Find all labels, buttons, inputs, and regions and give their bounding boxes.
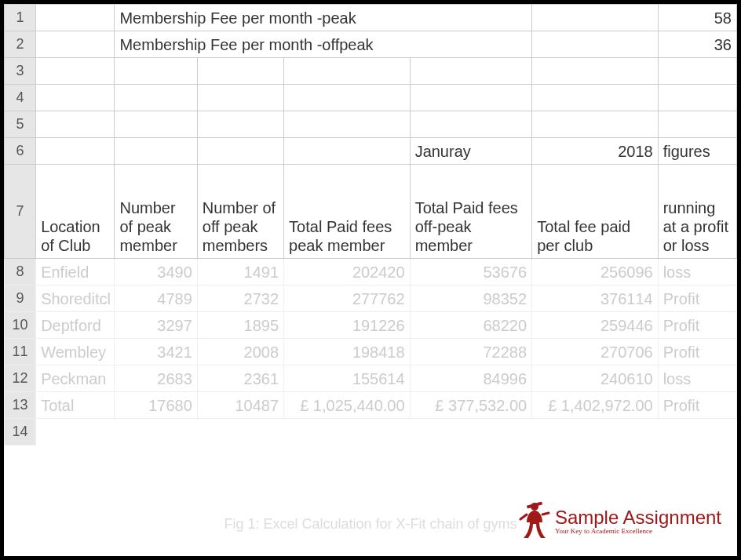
spreadsheet-frame: 1 Membership Fee per month -peak 58 2 Me…: [0, 0, 741, 560]
col-total-fee: Total fee paid per club: [532, 165, 659, 259]
table-row: 11 Wembley 3421 2008 198418 72288 270706…: [5, 339, 737, 365]
col-offpeak-members: Number of off peak members: [197, 165, 283, 259]
row-header: 2: [5, 31, 36, 58]
col-location: Location of Club: [36, 165, 115, 259]
col-peak-members: Number of peak member: [115, 165, 197, 259]
table-row: 8 Enfield 3490 1491 202420 53676 256096 …: [5, 259, 737, 285]
month-cell: Januray: [410, 138, 532, 165]
figures-cell: figures: [658, 138, 736, 165]
watermark-tagline: Your Key to Academic Excellence: [555, 527, 721, 535]
row-header: 9: [5, 285, 36, 312]
col-profit-loss: running at a profit or loss: [658, 165, 736, 259]
table-row: 12 Peckman 2683 2361 155614 84996 240610…: [5, 365, 737, 392]
row-header: 14: [5, 419, 36, 445]
col-total-offpeak-fees: Total Paid fees off-peak member: [410, 165, 532, 259]
table-row: 9 Shoreditcl 4789 2732 277762 98352 3761…: [5, 285, 737, 312]
table-row: 14: [5, 419, 737, 445]
row-header: 3: [5, 58, 36, 85]
row-header: 1: [5, 5, 36, 31]
table-row-total: 13 Total 17680 10487 £ 1,025,440.00 £ 37…: [5, 392, 737, 419]
spreadsheet-table: 1 Membership Fee per month -peak 58 2 Me…: [4, 4, 737, 445]
fee-peak-value: 58: [658, 5, 736, 31]
row-header: 11: [5, 339, 36, 365]
table-row: 10 Deptford 3297 1895 191226 68220 25944…: [5, 312, 737, 339]
col-total-peak-fees: Total Paid fees peak member: [284, 165, 411, 259]
row-header: 12: [5, 365, 36, 392]
row-2: 2 Membership Fee per month -offpeak 36: [5, 31, 737, 58]
watermark-brand: Sample Assignment: [555, 508, 721, 527]
row-1: 1 Membership Fee per month -peak 58: [5, 5, 737, 31]
fee-offpeak-value: 36: [658, 31, 736, 58]
person-icon: [519, 500, 550, 542]
watermark: Sample Assignment Your Key to Academic E…: [519, 500, 721, 542]
row-6: 6 Januray 2018 figures: [5, 138, 737, 165]
row-header: 7: [5, 165, 36, 259]
fee-offpeak-label: Membership Fee per month -offpeak: [115, 31, 532, 58]
row-header: 4: [5, 85, 36, 111]
row-header: 10: [5, 312, 36, 339]
row-header: 6: [5, 138, 36, 165]
row-7-headers: 7 Location of Club Number of peak member…: [5, 165, 737, 259]
row-header: 13: [5, 392, 36, 419]
row-header: 5: [5, 111, 36, 138]
fee-peak-label: Membership Fee per month -peak: [115, 5, 532, 31]
row-header: 8: [5, 259, 36, 285]
year-cell: 2018: [532, 138, 659, 165]
